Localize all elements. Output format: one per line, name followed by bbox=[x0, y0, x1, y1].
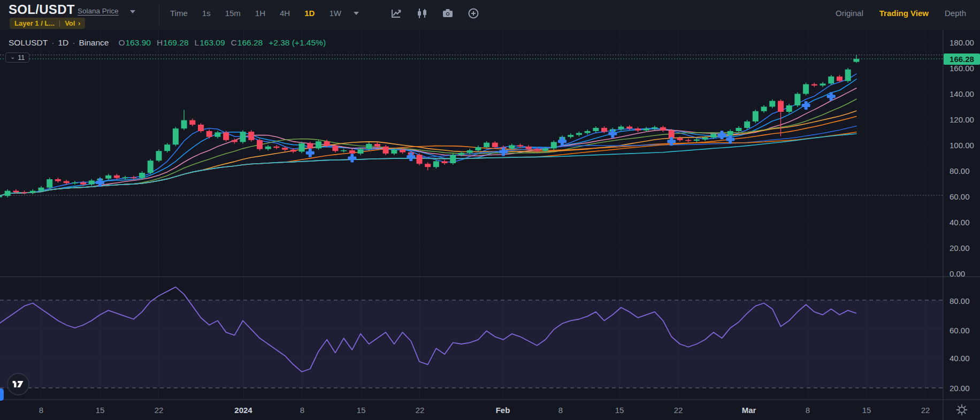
close-value: 166.28 bbox=[238, 38, 263, 48]
time-tick-2024: 2024 bbox=[234, 406, 252, 415]
price-tick-100.00: 100.00 bbox=[950, 141, 974, 150]
time-tick-8: 8 bbox=[806, 406, 810, 415]
current-price-badge: 166.28 bbox=[944, 54, 980, 65]
vol-badge-label[interactable]: Vol › bbox=[65, 19, 80, 27]
header-divider bbox=[159, 4, 159, 26]
chevron-down-icon: ⌄ bbox=[10, 54, 15, 60]
time-tick-22: 22 bbox=[921, 406, 930, 415]
time-tick-15: 15 bbox=[357, 406, 366, 415]
category-badge-label[interactable]: Layer 1 / L... bbox=[14, 19, 55, 27]
price-tick-20.00: 20.00 bbox=[950, 243, 970, 253]
time-tick-22: 22 bbox=[674, 406, 683, 415]
symbol-title: SOL/USDT bbox=[9, 2, 75, 17]
change-value: +2.38 (+1.45%) bbox=[269, 38, 326, 48]
camera-icon[interactable] bbox=[442, 7, 454, 19]
time-tick-8: 8 bbox=[39, 406, 43, 415]
time-tick-22: 22 bbox=[416, 406, 425, 415]
chart-header: SOL/USDT Solana Price Layer 1 / L... Vol… bbox=[0, 0, 980, 29]
time-tick-Feb: Feb bbox=[496, 406, 510, 415]
price-tick-60.00: 60.00 bbox=[950, 192, 970, 201]
time-tick-Mar: Mar bbox=[742, 406, 756, 415]
legend-symbol: SOLUSDT bbox=[9, 38, 48, 48]
candlestick-icon[interactable] bbox=[416, 7, 428, 19]
price-tick-180.00: 180.00 bbox=[950, 38, 974, 47]
timeframe-1d[interactable]: 1D bbox=[304, 9, 315, 18]
line-chart-icon[interactable] bbox=[391, 7, 402, 19]
price-tick-20.00: 20.00 bbox=[950, 384, 970, 393]
timeframe-time[interactable]: Time bbox=[170, 9, 188, 18]
price-tick-80.00: 80.00 bbox=[950, 296, 970, 306]
price-tick-40.00: 40.00 bbox=[950, 218, 970, 227]
timeframe-15m[interactable]: 15m bbox=[225, 9, 241, 18]
price-tick-160.00: 160.00 bbox=[950, 64, 974, 73]
high-value: 169.28 bbox=[163, 38, 188, 48]
indicators-collapse-button[interactable]: ⌄ 11 bbox=[5, 52, 29, 63]
legend-exchange: Binance bbox=[79, 38, 109, 48]
timeframe-toolbar: Time1s15m1H4H1D1W bbox=[170, 0, 479, 26]
price-tick-120.00: 120.00 bbox=[950, 115, 974, 124]
time-tick-15: 15 bbox=[862, 406, 871, 415]
symbol-info-link[interactable]: Solana Price bbox=[78, 7, 119, 15]
add-indicator-icon[interactable] bbox=[468, 7, 479, 19]
price-chart-canvas[interactable] bbox=[0, 0, 980, 420]
time-tick-8: 8 bbox=[300, 406, 304, 415]
time-tick-15: 15 bbox=[96, 406, 105, 415]
price-tick-40.00: 40.00 bbox=[950, 354, 970, 363]
time-tick-15: 15 bbox=[615, 406, 624, 415]
view-tab-depth[interactable]: Depth bbox=[945, 9, 966, 18]
ohlc-legend: SOLUSDT · 1D · Binance O163.90 H169.28 L… bbox=[9, 38, 326, 48]
tradingview-logo[interactable] bbox=[7, 373, 29, 395]
symbol-dropdown-caret-icon[interactable] bbox=[130, 10, 135, 13]
view-tab-trading-view[interactable]: Trading View bbox=[879, 9, 929, 18]
price-tick-0.00: 0.00 bbox=[950, 269, 965, 278]
timeframe-1h[interactable]: 1H bbox=[255, 9, 265, 18]
view-tabs: OriginalTrading ViewDepth bbox=[836, 0, 966, 26]
timeframe-4h[interactable]: 4H bbox=[280, 9, 290, 18]
time-tick-22: 22 bbox=[155, 406, 164, 415]
low-value: 163.09 bbox=[200, 38, 225, 48]
indicators-count: 11 bbox=[18, 54, 25, 62]
price-tick-80.00: 80.00 bbox=[950, 166, 970, 175]
chart-tools bbox=[391, 7, 479, 19]
legend-interval: 1D bbox=[58, 38, 68, 48]
timeframe-1w[interactable]: 1W bbox=[329, 9, 341, 18]
timeframe-1s[interactable]: 1s bbox=[202, 9, 211, 18]
price-tick-140.00: 140.00 bbox=[950, 89, 974, 98]
timeframe-dropdown-caret-icon[interactable] bbox=[354, 12, 359, 15]
open-value: 163.90 bbox=[125, 38, 150, 48]
chevron-right-icon: › bbox=[78, 19, 80, 27]
badge-divider bbox=[59, 20, 60, 27]
price-tick-60.00: 60.00 bbox=[950, 326, 970, 335]
tradingview-glyph-icon bbox=[11, 378, 25, 390]
scroll-to-start-handle[interactable] bbox=[0, 388, 4, 401]
trading-chart-app: SOL/USDT Solana Price Layer 1 / L... Vol… bbox=[0, 0, 980, 420]
category-vol-badge[interactable]: Layer 1 / L... Vol › bbox=[10, 18, 85, 29]
time-tick-8: 8 bbox=[558, 406, 563, 415]
settings-icon[interactable] bbox=[955, 403, 968, 416]
view-tab-original[interactable]: Original bbox=[836, 9, 863, 18]
